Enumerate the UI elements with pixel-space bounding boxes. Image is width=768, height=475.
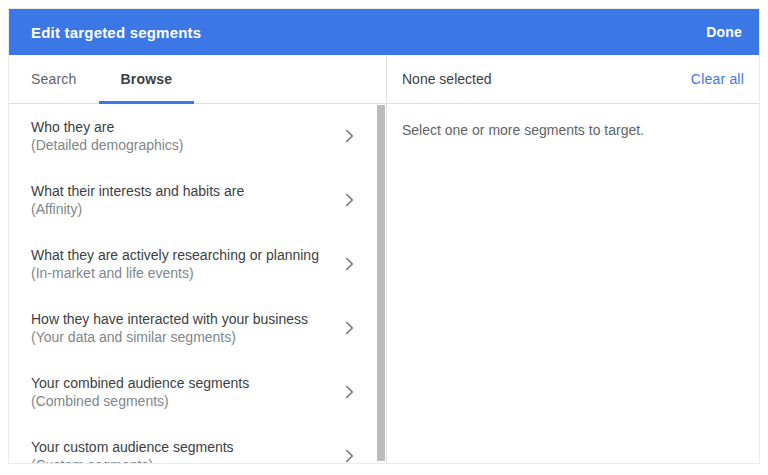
segment-category-title: Who they are: [31, 119, 338, 135]
page-background: Edit targeted segments Done Search Brows…: [0, 0, 768, 475]
tab-browse[interactable]: Browse: [99, 55, 195, 103]
segment-category-title: Your combined audience segments: [31, 375, 338, 391]
segment-category-row[interactable]: Who they are (Detailed demographics): [9, 104, 386, 168]
chevron-right-icon: [338, 253, 360, 275]
segment-category-row[interactable]: Your combined audience segments (Combine…: [9, 360, 386, 424]
dialog-header: Edit targeted segments Done: [9, 9, 759, 55]
segment-category-subtitle: (Affinity): [31, 201, 338, 217]
browse-panel: Search Browse Who they are (Detailed dem…: [9, 55, 387, 463]
chevron-right-icon: [338, 381, 360, 403]
segment-category-subtitle: (Custom segments): [31, 457, 338, 463]
segment-category-title: Your custom audience segments: [31, 439, 338, 455]
segment-category-title: What they are actively researching or pl…: [31, 247, 338, 263]
segment-category-row[interactable]: What they are actively researching or pl…: [9, 232, 386, 296]
segment-category-text: What they are actively researching or pl…: [31, 247, 338, 281]
chevron-right-icon: [338, 317, 360, 339]
edit-targeted-segments-dialog: Edit targeted segments Done Search Brows…: [8, 8, 760, 464]
segment-category-text: What their interests and habits are (Aff…: [31, 183, 338, 217]
segment-category-text: How they have interacted with your busin…: [31, 311, 338, 345]
segment-category-subtitle: (Your data and similar segments): [31, 329, 338, 345]
empty-selection-message: Select one or more segments to target.: [387, 104, 759, 156]
selection-count-label: None selected: [402, 71, 492, 87]
tab-bar: Search Browse: [9, 55, 386, 104]
segment-category-subtitle: (In-market and life events): [31, 265, 338, 281]
segment-category-text: Who they are (Detailed demographics): [31, 119, 338, 153]
dialog-body: Search Browse Who they are (Detailed dem…: [9, 55, 759, 463]
segment-category-row[interactable]: What their interests and habits are (Aff…: [9, 168, 386, 232]
selection-header: None selected Clear all: [387, 55, 759, 104]
done-button[interactable]: Done: [706, 24, 742, 40]
selection-panel: None selected Clear all Select one or mo…: [387, 55, 759, 463]
segment-category-row[interactable]: Your custom audience segments (Custom se…: [9, 424, 386, 463]
dialog-title: Edit targeted segments: [31, 24, 201, 41]
chevron-right-icon: [338, 189, 360, 211]
segment-category-title: What their interests and habits are: [31, 183, 338, 199]
browse-list: Who they are (Detailed demographics) Wha…: [9, 104, 386, 463]
segment-category-text: Your combined audience segments (Combine…: [31, 375, 338, 409]
tab-search[interactable]: Search: [9, 55, 99, 103]
clear-all-button[interactable]: Clear all: [691, 71, 744, 87]
segment-category-subtitle: (Combined segments): [31, 393, 338, 409]
chevron-right-icon: [338, 125, 360, 147]
segment-category-title: How they have interacted with your busin…: [31, 311, 338, 327]
chevron-right-icon: [338, 445, 360, 463]
segment-category-subtitle: (Detailed demographics): [31, 137, 338, 153]
segment-category-text: Your custom audience segments (Custom se…: [31, 439, 338, 463]
scrollbar-thumb[interactable]: [377, 105, 385, 461]
segment-category-row[interactable]: How they have interacted with your busin…: [9, 296, 386, 360]
